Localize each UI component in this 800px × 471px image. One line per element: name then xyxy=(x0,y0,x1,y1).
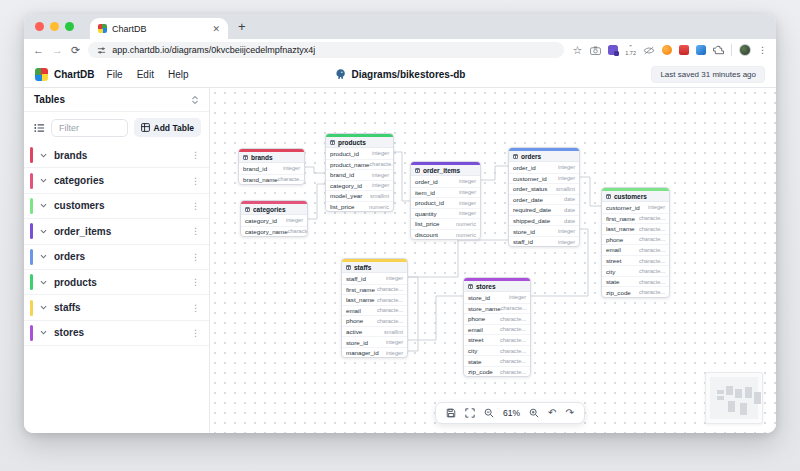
kebab-menu-icon[interactable]: ⋮ xyxy=(191,277,200,287)
field-row-shipped_date[interactable]: shipped_datedate xyxy=(509,215,579,226)
zoom-level[interactable]: 61% xyxy=(503,408,520,418)
table-card-header[interactable]: customers xyxy=(602,191,669,202)
relationship-edge[interactable] xyxy=(408,240,508,277)
table-card-header[interactable]: categories xyxy=(241,204,307,215)
eye-off-icon[interactable] xyxy=(643,46,655,55)
field-row-first_name[interactable]: first_namecharacte... xyxy=(602,213,669,224)
field-row-state[interactable]: statecharacte... xyxy=(464,355,530,366)
kebab-menu-icon[interactable]: ⋮ xyxy=(191,252,200,262)
field-row-email[interactable]: emailcharacte... xyxy=(602,244,669,255)
tab-close-icon[interactable]: ✕ xyxy=(212,24,220,34)
minimize-window-button[interactable] xyxy=(50,22,59,31)
save-button[interactable] xyxy=(446,408,456,418)
field-row-store_name[interactable]: store_namecharacte... xyxy=(464,303,530,314)
collapse-panel-icon[interactable] xyxy=(191,95,199,105)
table-card-header[interactable]: orders xyxy=(509,151,579,162)
relationship-edge[interactable] xyxy=(394,152,410,201)
sidebar-item-brands[interactable]: brands⋮ xyxy=(24,143,209,168)
kebab-menu-icon[interactable]: ⋮ xyxy=(191,328,200,338)
field-row-required_date[interactable]: required_datedate xyxy=(509,204,579,215)
field-row-category_id[interactable]: category_idinteger xyxy=(241,215,307,226)
table-card-order_items[interactable]: order_itemsorder_idintegeritem_idinteger… xyxy=(410,161,481,240)
field-row-street[interactable]: streetcharacte... xyxy=(464,334,530,345)
extension-blue-icon[interactable] xyxy=(696,45,706,55)
sidebar-item-stores[interactable]: stores⋮ xyxy=(24,321,209,346)
field-row-product_id[interactable]: product_idinteger xyxy=(411,197,480,208)
table-card-header[interactable]: staffs xyxy=(342,262,407,273)
field-row-product_name[interactable]: product_namecharacte... xyxy=(326,159,393,170)
field-row-model_year[interactable]: model_yearsmallint xyxy=(326,190,393,201)
sidebar-item-staffs[interactable]: staffs⋮ xyxy=(24,295,209,320)
table-card-customers[interactable]: customerscustomer_idintegerfirst_namecha… xyxy=(601,187,670,298)
diagram-canvas[interactable]: 61% ↶ ↷ brandsbrand_idintegerbrand_namec… xyxy=(210,88,776,433)
maximize-window-button[interactable] xyxy=(65,22,74,31)
sidebar-item-order_items[interactable]: order_items⋮ xyxy=(24,219,209,244)
field-row-category_name[interactable]: category_namecharacte... xyxy=(241,226,307,237)
field-row-store_id[interactable]: store_idinteger xyxy=(509,225,579,236)
field-row-brand_name[interactable]: brand_namecharacte... xyxy=(239,174,304,185)
menu-edit[interactable]: Edit xyxy=(137,69,154,80)
redo-button[interactable]: ↷ xyxy=(565,408,573,418)
camera-icon[interactable] xyxy=(590,46,601,55)
field-row-phone[interactable]: phonecharacte... xyxy=(602,234,669,245)
relationship-edge[interactable] xyxy=(308,184,325,219)
chevron-down-icon[interactable] xyxy=(39,151,48,160)
kebab-menu-icon[interactable]: ⋮ xyxy=(191,150,200,160)
chevron-down-icon[interactable] xyxy=(39,201,48,210)
field-row-state[interactable]: statecharacte... xyxy=(602,276,669,287)
field-row-first_name[interactable]: first_namecharacte... xyxy=(342,284,407,295)
extension-orange-icon[interactable] xyxy=(662,45,672,55)
minimap[interactable] xyxy=(705,372,763,424)
field-row-store_id[interactable]: store_idinteger xyxy=(464,292,530,303)
field-row-store_id[interactable]: store_idinteger xyxy=(342,336,407,347)
relationship-edge[interactable] xyxy=(305,167,325,173)
field-row-order_date[interactable]: order_datedate xyxy=(509,194,579,205)
extension-red-icon[interactable] xyxy=(679,45,689,55)
table-card-stores[interactable]: storesstore_idintegerstore_namecharacte.… xyxy=(463,277,531,377)
field-row-brand_id[interactable]: brand_idinteger xyxy=(239,163,304,174)
table-card-header[interactable]: products xyxy=(326,137,393,148)
field-row-active[interactable]: activesmallint xyxy=(342,326,407,337)
field-row-customer_id[interactable]: customer_idinteger xyxy=(602,202,669,213)
close-window-button[interactable] xyxy=(35,22,44,31)
field-row-product_id[interactable]: product_idinteger xyxy=(326,148,393,159)
bookmark-star-icon[interactable]: ☆ xyxy=(572,45,582,56)
zoom-in-button[interactable] xyxy=(529,408,539,418)
performance-gauge-icon[interactable]: ⌃1.72 xyxy=(625,44,636,56)
sidebar-item-customers[interactable]: customers⋮ xyxy=(24,194,209,219)
field-row-order_id[interactable]: order_idinteger xyxy=(411,176,480,187)
relationship-edge[interactable] xyxy=(408,296,463,340)
field-row-item_id[interactable]: item_idinteger xyxy=(411,187,480,198)
field-row-list_price[interactable]: list_pricenumeric xyxy=(326,201,393,212)
list-view-icon[interactable] xyxy=(34,123,45,133)
add-table-button[interactable]: Add Table xyxy=(134,118,201,137)
field-row-order_status[interactable]: order_statussmallint xyxy=(509,183,579,194)
field-row-email[interactable]: emailcharacte... xyxy=(464,324,530,335)
kebab-menu-icon[interactable]: ⋮ xyxy=(191,226,200,236)
chevron-down-icon[interactable] xyxy=(39,328,48,337)
refresh-icon[interactable]: ⟳ xyxy=(71,45,80,56)
field-row-customer_id[interactable]: customer_idinteger xyxy=(509,173,579,184)
field-row-last_name[interactable]: last_namecharacte... xyxy=(342,294,407,305)
table-card-header[interactable]: order_items xyxy=(411,165,480,176)
field-row-city[interactable]: citycharacte... xyxy=(602,265,669,276)
zoom-out-button[interactable] xyxy=(484,408,494,418)
field-row-zip_code[interactable]: zip_codecharacte... xyxy=(602,286,669,297)
field-row-order_id[interactable]: order_idinteger xyxy=(509,162,579,173)
extension-purple-icon[interactable] xyxy=(608,45,618,55)
kebab-menu-icon[interactable]: ⋮ xyxy=(191,303,200,313)
filter-input[interactable] xyxy=(51,119,128,137)
profile-avatar[interactable] xyxy=(739,44,751,56)
field-row-quantity[interactable]: quantityinteger xyxy=(411,208,480,219)
table-card-header[interactable]: brands xyxy=(239,152,304,163)
field-row-staff_id[interactable]: staff_idinteger xyxy=(509,236,579,247)
field-row-last_name[interactable]: last_namecharacte... xyxy=(602,223,669,234)
field-row-category_id[interactable]: category_idinteger xyxy=(326,180,393,191)
field-row-phone[interactable]: phonecharacte... xyxy=(464,313,530,324)
table-card-staffs[interactable]: staffsstaff_idintegerfirst_namecharacte.… xyxy=(341,258,408,358)
new-tab-button[interactable]: + xyxy=(238,20,246,33)
table-card-orders[interactable]: ordersorder_idintegercustomer_idintegero… xyxy=(508,147,580,247)
sidebar-item-products[interactable]: products⋮ xyxy=(24,270,209,295)
sidebar-item-categories[interactable]: categories⋮ xyxy=(24,168,209,193)
kebab-menu-icon[interactable]: ⋮ xyxy=(191,176,200,186)
